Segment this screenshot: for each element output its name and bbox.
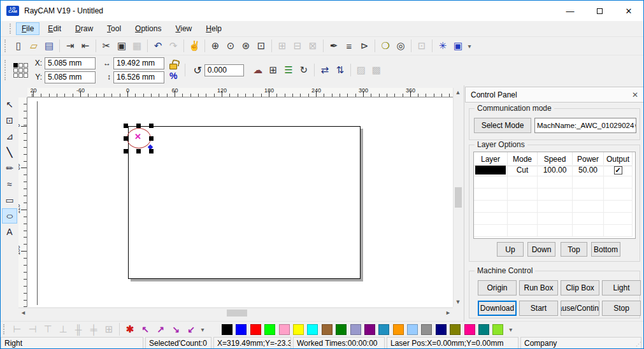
palette-swatch[interactable] bbox=[436, 324, 447, 335]
horizontal-scroll-thumb[interactable] bbox=[227, 310, 247, 317]
x-position-input[interactable]: 5.085 mm bbox=[45, 57, 96, 69]
mirror-horizontal-icon[interactable]: ⇄ bbox=[317, 63, 333, 77]
weld-icon[interactable]: ☁ bbox=[250, 63, 266, 77]
machine-name-dropdown[interactable]: MachName:_AWC_01029024 ∨ bbox=[534, 118, 636, 133]
origin-bottom-right-icon[interactable]: ↘ bbox=[168, 322, 183, 336]
palette-swatch[interactable] bbox=[350, 324, 361, 335]
mirror-vertical-icon[interactable]: ⇅ bbox=[333, 63, 348, 77]
palette-swatch[interactable] bbox=[464, 324, 475, 335]
select-tool[interactable]: ↖ bbox=[2, 97, 17, 112]
palette-swatch[interactable] bbox=[336, 324, 347, 335]
selection-handle[interactable] bbox=[149, 136, 154, 141]
selection-handle[interactable] bbox=[124, 124, 128, 128]
marquee-select-tool[interactable]: ⊡ bbox=[2, 113, 17, 128]
horizontal-scrollbar[interactable]: ◄ ► bbox=[18, 308, 453, 317]
layer-row-speed-cell[interactable]: 100.00 bbox=[538, 164, 573, 176]
scroll-left-arrow[interactable]: ◄ bbox=[18, 308, 28, 317]
layer-table[interactable]: LayerModeSpeedPowerOutputCut100.0050.00✓ bbox=[473, 152, 636, 239]
anchor-point-selector[interactable] bbox=[13, 63, 28, 78]
origin-top-right-icon[interactable]: ↗ bbox=[153, 322, 168, 336]
origin-top-left-icon[interactable]: ↖ bbox=[138, 322, 153, 336]
scroll-right-arrow[interactable]: ► bbox=[443, 308, 453, 317]
new-file-icon[interactable]: ▯ bbox=[11, 39, 26, 53]
minimize-button[interactable]: — bbox=[555, 1, 585, 21]
text-tool[interactable]: A bbox=[2, 224, 17, 239]
zoom-page-icon[interactable]: ⊡ bbox=[254, 39, 269, 53]
selection-handle[interactable] bbox=[124, 136, 128, 141]
group-objects-icon[interactable]: ⊞ bbox=[266, 63, 281, 77]
palette-swatch[interactable] bbox=[407, 324, 418, 335]
selection-handle[interactable] bbox=[149, 124, 154, 128]
y-position-input[interactable]: 5.085 mm bbox=[45, 71, 96, 83]
layer-row-output-cell[interactable]: ✓ bbox=[604, 164, 633, 176]
zoom-selected-icon[interactable]: ⊙ bbox=[223, 39, 238, 53]
selection-handle[interactable] bbox=[136, 124, 141, 128]
more-options-caret-icon[interactable]: ▾ bbox=[199, 326, 206, 333]
stop-button[interactable]: Stop bbox=[602, 301, 641, 316]
palette-swatch[interactable] bbox=[293, 324, 304, 335]
zoom-all-icon[interactable]: ⊛ bbox=[238, 39, 254, 53]
origin-button[interactable]: Origin bbox=[478, 280, 517, 296]
palette-swatch[interactable] bbox=[478, 324, 489, 335]
draw-circle-center-icon[interactable]: ◎ bbox=[393, 39, 408, 53]
array-copy-icon[interactable]: ≡ bbox=[341, 39, 357, 53]
selection-handle[interactable] bbox=[136, 149, 141, 153]
draw-circle-bezier-icon[interactable]: ❍ bbox=[378, 39, 393, 53]
drawing-canvas[interactable]: ✕ bbox=[27, 97, 453, 307]
save-file-icon[interactable]: ▤ bbox=[41, 39, 57, 53]
layer-bottom-button[interactable]: Bottom bbox=[591, 242, 620, 257]
pen-tool[interactable]: ✏ bbox=[2, 160, 17, 176]
menu-draw[interactable]: Draw bbox=[69, 22, 99, 35]
pause-continue-button[interactable]: Pause/Continue bbox=[561, 301, 599, 316]
height-input[interactable]: 16.526 mm bbox=[113, 71, 164, 83]
origin-bottom-left-icon[interactable]: ↙ bbox=[183, 322, 199, 336]
line-tool[interactable]: ╲ bbox=[2, 145, 17, 160]
palette-swatch[interactable] bbox=[222, 324, 233, 335]
pick-tool-icon[interactable]: ✒ bbox=[326, 39, 341, 53]
layer-row-color-cell[interactable] bbox=[474, 164, 508, 176]
select-mode-button[interactable]: Select Mode bbox=[474, 118, 531, 133]
resize-grip[interactable]: ⋰ bbox=[636, 341, 642, 347]
palette-swatch[interactable] bbox=[364, 324, 375, 335]
rectangle-tool[interactable]: ▭ bbox=[2, 192, 17, 208]
output-checkbox[interactable]: ✓ bbox=[614, 166, 622, 174]
percent-scale-icon[interactable]: % bbox=[169, 71, 177, 81]
light-button[interactable]: Light bbox=[602, 280, 641, 296]
ellipse-tool[interactable]: ○ bbox=[2, 208, 17, 224]
width-input[interactable]: 19.492 mm bbox=[113, 57, 164, 69]
layer-row-power-cell[interactable]: 50.00 bbox=[573, 164, 604, 176]
palette-swatch[interactable] bbox=[264, 324, 275, 335]
selection-handle[interactable] bbox=[124, 149, 128, 153]
layer-up-button[interactable]: Up bbox=[497, 242, 524, 257]
monitor-icon[interactable]: ▣ bbox=[450, 39, 466, 53]
open-file-icon[interactable]: ▱ bbox=[26, 39, 41, 53]
run-box-button[interactable]: Run Box bbox=[519, 280, 558, 296]
palette-swatch[interactable] bbox=[279, 324, 290, 335]
aspect-lock-icon[interactable] bbox=[169, 64, 177, 69]
start-button[interactable]: Start bbox=[519, 301, 558, 316]
palette-swatch[interactable] bbox=[450, 324, 461, 335]
palette-swatch[interactable] bbox=[236, 324, 247, 335]
close-panel-icon[interactable]: ✕ bbox=[632, 90, 638, 99]
scroll-up-arrow[interactable]: ▲ bbox=[454, 88, 462, 97]
palette-swatch[interactable] bbox=[492, 324, 503, 335]
pan-icon[interactable]: ✌ bbox=[187, 39, 202, 53]
zoom-in-out-icon[interactable]: ⊕ bbox=[208, 39, 223, 53]
maximize-button[interactable] bbox=[585, 1, 614, 21]
menu-help[interactable]: Help bbox=[200, 22, 227, 35]
export-file-icon[interactable]: ⇤ bbox=[78, 39, 93, 53]
palette-swatch[interactable] bbox=[322, 324, 333, 335]
menu-tool[interactable]: Tool bbox=[101, 22, 127, 35]
menu-file[interactable]: File bbox=[16, 22, 39, 35]
cut-icon[interactable]: ✂ bbox=[99, 39, 114, 53]
palette-swatch[interactable] bbox=[250, 324, 261, 335]
selection-handle[interactable] bbox=[149, 149, 154, 153]
palette-caret-icon[interactable]: ▾ bbox=[507, 326, 515, 333]
laser-origin-icon[interactable]: ✱ bbox=[122, 322, 138, 336]
bezier-tool[interactable]: ≈ bbox=[2, 176, 17, 192]
clip-box-button[interactable]: Clip Box bbox=[561, 280, 599, 296]
layer-down-button[interactable]: Down bbox=[527, 242, 555, 257]
vertical-scroll-thumb[interactable] bbox=[455, 187, 462, 208]
rotate-angle-input[interactable]: 0.000 bbox=[204, 64, 244, 76]
palette-swatch[interactable] bbox=[307, 324, 318, 335]
